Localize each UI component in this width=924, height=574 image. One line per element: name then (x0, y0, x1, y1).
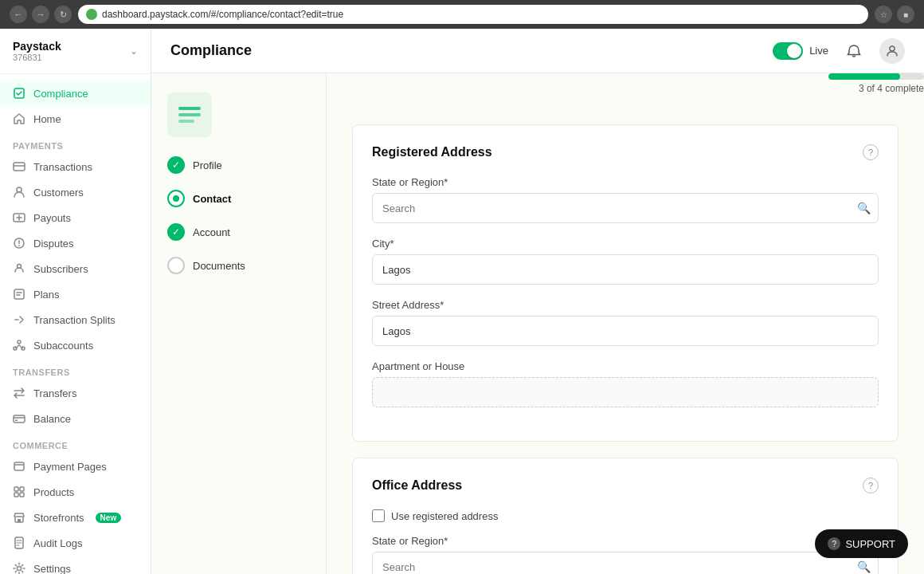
products-icon (13, 486, 25, 498)
registered-address-info-icon[interactable]: ? (863, 144, 879, 160)
brand-name: Paystack (13, 40, 61, 53)
office-state-input[interactable] (372, 552, 879, 574)
reload-button[interactable]: ↻ (54, 6, 72, 23)
progress-bar-outer (828, 73, 924, 80)
live-toggle[interactable]: Live (773, 42, 828, 60)
step-indicator-documents (167, 257, 185, 274)
wizard-step-account[interactable]: ✓ Account (167, 223, 310, 241)
wizard-step-profile[interactable]: ✓ Profile (167, 156, 310, 174)
svg-rect-30 (178, 120, 194, 123)
transfers-icon (13, 387, 25, 399)
step-indicator-contact (167, 190, 185, 207)
step-label-profile: Profile (193, 159, 222, 171)
sidebar-item-label: Transaction Splits (33, 314, 116, 326)
sidebar-item-disputes[interactable]: Disputes (0, 230, 151, 256)
registered-address-section: Registered Address ? State or Region* 🔍 (352, 124, 899, 442)
topbar-right: Live (773, 38, 905, 64)
subscribers-icon (13, 262, 25, 275)
office-state-group: State or Region* 🔍 (372, 535, 879, 574)
sidebar-item-settings[interactable]: Settings (0, 556, 151, 574)
office-address-info-icon[interactable]: ? (863, 478, 879, 493)
live-label: Live (809, 45, 828, 57)
use-registered-checkbox[interactable] (372, 509, 385, 522)
sidebar-item-audit-logs[interactable]: Audit Logs (0, 530, 151, 556)
wizard-steps: ✓ Profile Contact ✓ Account (167, 156, 310, 274)
sidebar-item-transfers[interactable]: Transfers (0, 380, 151, 406)
use-registered-label[interactable]: Use registered address (391, 510, 498, 522)
compliance-wizard: ✓ Profile Contact ✓ Account (151, 73, 327, 574)
customers-icon (13, 186, 25, 199)
city-label: City* (372, 238, 879, 250)
back-button[interactable]: ← (10, 6, 27, 23)
settings-icon (13, 562, 25, 574)
sidebar-item-compliance[interactable]: Compliance (0, 81, 151, 106)
progress-label: 3 of 4 complete (859, 83, 924, 94)
city-group: City* (372, 238, 879, 285)
extensions-icon[interactable]: ■ (897, 6, 914, 23)
office-address-header: Office Address ? (372, 478, 879, 493)
sidebar-item-label: Transfers (33, 387, 76, 399)
apartment-input[interactable] (372, 377, 879, 407)
sidebar-item-label: Products (33, 486, 74, 498)
secure-icon (86, 9, 97, 20)
sidebar-item-label: Settings (33, 563, 71, 575)
sidebar-item-transaction-splits[interactable]: Transaction Splits (0, 307, 151, 332)
payments-section-label: PAYMENTS (0, 132, 151, 154)
notifications-icon[interactable] (841, 38, 867, 64)
registered-address-title: Registered Address (372, 145, 492, 159)
sidebar-item-customers[interactable]: Customers (0, 179, 151, 205)
progress-bar-inner (828, 73, 900, 80)
sidebar-item-label: Compliance (33, 88, 88, 100)
new-badge: New (96, 513, 122, 523)
sidebar-item-payment-pages[interactable]: Payment Pages (0, 454, 151, 479)
svg-rect-14 (15, 420, 18, 422)
sidebar-item-label: Home (33, 113, 61, 125)
form-area: 3 of 4 complete Registered Address ? Sta… (327, 73, 924, 574)
use-registered-row: Use registered address (372, 509, 879, 522)
svg-rect-7 (14, 289, 24, 299)
city-input[interactable] (372, 254, 879, 285)
svg-rect-17 (20, 487, 24, 491)
page-title: Compliance (170, 42, 252, 59)
svg-rect-15 (14, 462, 24, 470)
sidebar-item-home[interactable]: Home (0, 106, 151, 132)
plans-icon (13, 288, 25, 301)
commerce-section-label: COMMERCE (0, 431, 151, 454)
disputes-icon (13, 237, 25, 250)
svg-rect-29 (178, 113, 201, 116)
apartment-group: Apartment or House (372, 360, 879, 407)
street-address-input[interactable] (372, 316, 879, 346)
state-region-label: State or Region* (372, 176, 879, 188)
sidebar-item-products[interactable]: Products (0, 479, 151, 505)
state-region-group: State or Region* 🔍 (372, 176, 879, 223)
step-label-documents: Documents (193, 260, 245, 272)
sidebar-item-subaccounts[interactable]: Subaccounts (0, 332, 151, 358)
sidebar-item-subscribers[interactable]: Subscribers (0, 256, 151, 281)
sidebar-item-balance[interactable]: Balance (0, 406, 151, 431)
sidebar-item-label: Subscribers (33, 263, 88, 275)
state-region-input[interactable] (372, 193, 879, 223)
svg-rect-18 (14, 493, 18, 497)
sidebar-item-label: Customers (33, 187, 84, 199)
sidebar-chevron-icon[interactable]: ⌄ (130, 45, 138, 57)
forward-button[interactable]: → (32, 6, 49, 23)
sidebar-item-transactions[interactable]: Transactions (0, 154, 151, 179)
payouts-icon (13, 211, 25, 224)
svg-point-27 (890, 46, 895, 51)
registered-address-header: Registered Address ? (372, 144, 879, 160)
wizard-step-documents[interactable]: Documents (167, 257, 310, 274)
sidebar-item-plans[interactable]: Plans (0, 281, 151, 307)
live-switch[interactable] (773, 42, 803, 60)
step-label-contact: Contact (193, 193, 231, 205)
support-button[interactable]: ? SUPPORT (815, 529, 908, 558)
star-icon[interactable]: ☆ (875, 6, 892, 23)
transaction-splits-icon (13, 313, 25, 326)
street-address-label: Street Address* (372, 299, 879, 311)
sidebar-item-payouts[interactable]: Payouts (0, 205, 151, 230)
url-bar[interactable]: dashboard.paystack.com/#/compliance/cont… (78, 5, 868, 24)
sidebar-item-storefronts[interactable]: Storefronts New (0, 505, 151, 530)
svg-point-26 (18, 567, 22, 571)
browser-actions: ☆ ■ (875, 6, 914, 23)
user-avatar[interactable] (879, 38, 905, 64)
wizard-step-contact[interactable]: Contact (167, 190, 310, 207)
